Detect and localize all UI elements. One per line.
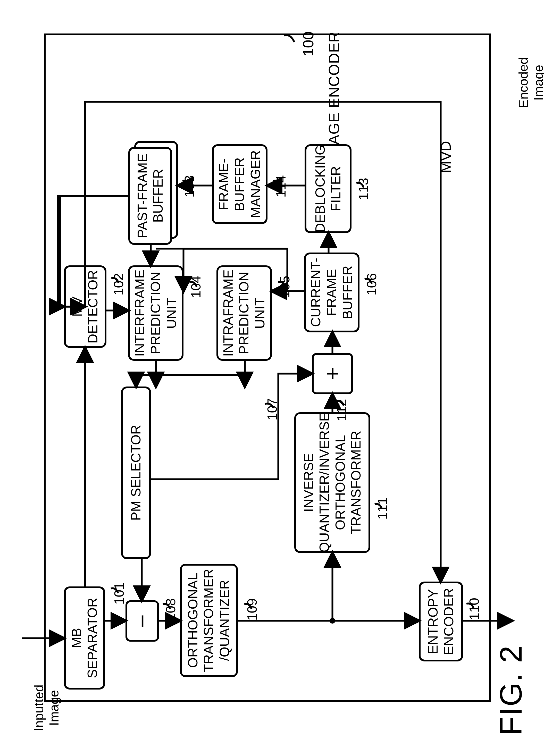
intraframe-prediction: INTRAFRAME PREDICTION UNIT xyxy=(216,265,272,361)
current-frame-buffer: CURRENT- FRAME BUFFER xyxy=(304,253,359,332)
adder: + xyxy=(312,353,353,394)
ref-111: 111 xyxy=(375,497,390,523)
mv-detector: MV DETECTOR xyxy=(64,265,106,348)
ref-114: 114 xyxy=(273,175,289,201)
orthogonal-transformer-quantizer: ORTHOGONAL TRANSFORMER /QUANTIZER xyxy=(180,564,238,677)
ref-107: 107 xyxy=(264,398,280,424)
mb-separator: MB SEPARATOR xyxy=(64,586,105,690)
ref-103: 103 xyxy=(182,175,197,201)
ref-108: 108 xyxy=(163,598,179,624)
deblocking-filter: DEBLOCKING FILTER xyxy=(305,144,351,233)
past-frame-buffer: PAST-FRAME BUFFER xyxy=(128,147,172,245)
ref-102: 102 xyxy=(111,273,127,299)
ref-105: 105 xyxy=(277,276,293,301)
ref-104: 104 xyxy=(188,276,204,301)
figure-label: FIG. 2 xyxy=(493,645,529,735)
interframe-prediction: INTERFRAME PREDICTION UNIT xyxy=(128,265,183,361)
input-label: Inputted Image xyxy=(15,667,62,752)
ref-101: 101 xyxy=(111,582,127,608)
ref-110: 110 xyxy=(466,598,482,624)
inverse-quantizer-transformer: INVERSE QUANTIZER/INVERSE ORTHOGONAL TRA… xyxy=(294,412,370,553)
ref-106: 106 xyxy=(364,273,380,299)
output-label: Encoded Image xyxy=(500,40,544,129)
entropy-encoder: ENTROPY ENCODER xyxy=(419,582,463,661)
ref-109: 109 xyxy=(244,598,260,624)
ref-113: 113 xyxy=(356,178,371,204)
subtractor: − xyxy=(125,600,159,642)
pm-selector: PM SELECTOR xyxy=(121,387,151,559)
frame-buffer-manager: FRAME- BUFFER MANAGER xyxy=(212,144,267,224)
mvd-label: MVD xyxy=(421,124,454,194)
ref-112: 112 xyxy=(334,399,350,425)
